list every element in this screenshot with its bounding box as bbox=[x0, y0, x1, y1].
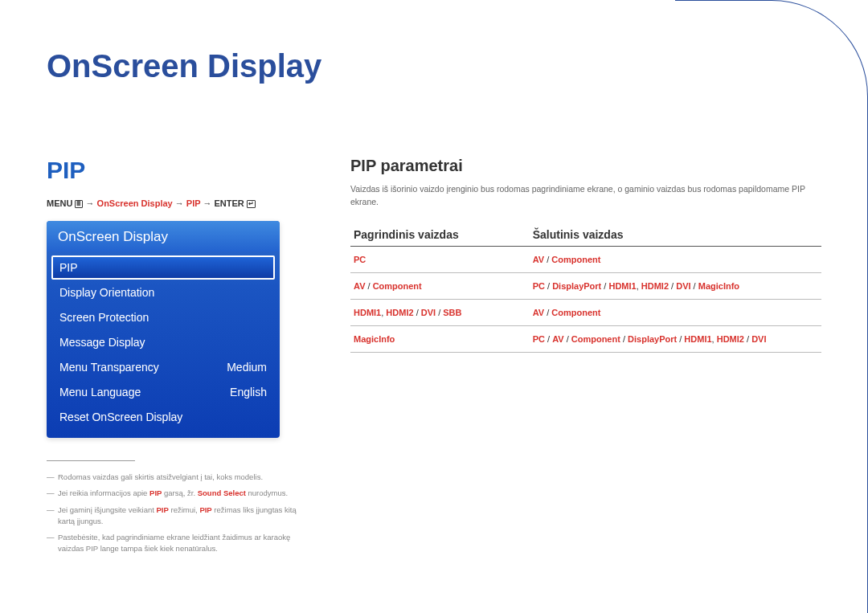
page-title: OnScreen Display bbox=[47, 48, 821, 84]
osd-menu-item[interactable]: Menu TransparencyMedium bbox=[51, 355, 275, 379]
footnote-divider bbox=[47, 460, 135, 461]
osd-menu-item[interactable]: Screen Protection bbox=[51, 305, 275, 329]
breadcrumb-menu: MENU bbox=[47, 198, 72, 208]
breadcrumb: MENU Ⅲ → OnScreen Display → PIP → ENTER … bbox=[47, 198, 312, 208]
table-header-col1: Pagrindinis vaizdas bbox=[350, 223, 530, 247]
table-cell: PC bbox=[350, 246, 530, 272]
table-cell: AV / Component bbox=[530, 299, 821, 325]
osd-item-label: Reset OnScreen Display bbox=[59, 411, 182, 423]
table-cell: AV / Component bbox=[530, 246, 821, 272]
breadcrumb-arrow: → bbox=[175, 198, 184, 208]
osd-menu-item[interactable]: Display Orientation bbox=[51, 280, 275, 304]
osd-item-label: Menu Transparency bbox=[59, 361, 159, 374]
osd-menu-item[interactable]: Message Display bbox=[51, 330, 275, 354]
footnote: Rodomas vaizdas gali skirtis atsižvelgia… bbox=[47, 469, 312, 485]
osd-title: OnScreen Display bbox=[47, 221, 280, 251]
osd-item-label: Screen Protection bbox=[59, 311, 149, 324]
menu-icon: Ⅲ bbox=[75, 200, 83, 208]
table-header-col2: Šalutinis vaizdas bbox=[530, 223, 821, 247]
enter-icon: ↵ bbox=[247, 200, 256, 208]
osd-item-label: PIP bbox=[59, 261, 78, 274]
table-row: MagicInfoPC / AV / Component / DisplayPo… bbox=[350, 325, 821, 352]
osd-menu: OnScreen Display PIPDisplay OrientationS… bbox=[47, 221, 280, 438]
table-cell: MagicInfo bbox=[350, 325, 530, 352]
table-cell: PC / AV / Component / DisplayPort / HDMI… bbox=[530, 325, 821, 352]
osd-item-label: Menu Language bbox=[59, 386, 141, 398]
table-row: AV / ComponentPC / DisplayPort / HDMI1, … bbox=[350, 272, 821, 299]
breadcrumb-path1: OnScreen Display bbox=[97, 198, 173, 208]
params-title: PIP parametrai bbox=[350, 157, 821, 175]
table-row: PCAV / Component bbox=[350, 246, 821, 272]
breadcrumb-enter: ENTER bbox=[215, 198, 244, 208]
footnote: Jei reikia informacijos apie PIP garsą, … bbox=[47, 485, 312, 501]
table-row: HDMI1, HDMI2 / DVI / SBBAV / Component bbox=[350, 299, 821, 325]
table-cell: HDMI1, HDMI2 / DVI / SBB bbox=[350, 299, 530, 325]
params-description: Vaizdas iš išorinio vaizdo įrenginio bus… bbox=[350, 183, 821, 209]
breadcrumb-arrow: → bbox=[86, 198, 95, 208]
table-cell: AV / Component bbox=[350, 272, 530, 299]
section-title-pip: PIP bbox=[47, 157, 312, 184]
osd-item-value: English bbox=[230, 386, 267, 398]
osd-item-label: Message Display bbox=[59, 336, 145, 349]
osd-menu-item[interactable]: PIP bbox=[51, 255, 275, 280]
footnote: Pastebėsite, kad pagrindiniame ekrane le… bbox=[47, 529, 312, 558]
breadcrumb-path2: PIP bbox=[186, 198, 201, 208]
breadcrumb-arrow: → bbox=[203, 198, 211, 208]
osd-item-value: Medium bbox=[227, 361, 267, 374]
footnote: Jei gaminį išjungsite veikiant PIP režim… bbox=[47, 502, 312, 530]
osd-menu-item[interactable]: Reset OnScreen Display bbox=[51, 405, 275, 429]
osd-item-label: Display Orientation bbox=[59, 286, 154, 299]
table-cell: PC / DisplayPort / HDMI1, HDMI2 / DVI / … bbox=[530, 272, 821, 299]
pip-params-table: Pagrindinis vaizdas Šalutinis vaizdas PC… bbox=[350, 223, 821, 353]
osd-menu-item[interactable]: Menu LanguageEnglish bbox=[51, 380, 275, 404]
